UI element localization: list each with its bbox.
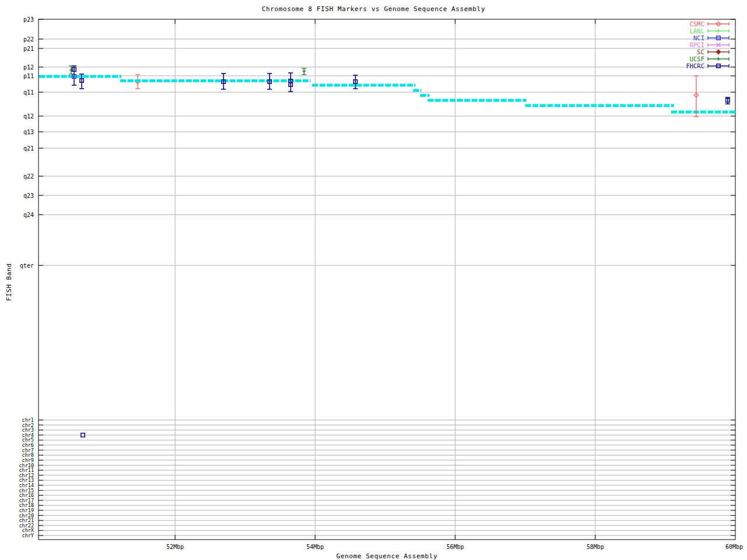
x-tick-label: 54Mbp xyxy=(306,544,324,550)
fhcrc-marker xyxy=(289,83,292,86)
legend-label-fhcrc: FHCRC xyxy=(686,62,704,69)
plot-border xyxy=(39,19,735,540)
fhcrc-marker xyxy=(222,80,225,83)
legend-label-ucsf: UCSF xyxy=(690,55,704,62)
y-tick-label: q22 xyxy=(23,173,34,180)
y-tick-label: q23 xyxy=(23,192,34,199)
legend-label-rpci: RPCI xyxy=(690,41,704,48)
legend-marker-fhcrc xyxy=(717,64,720,68)
y-tick-label: q21 xyxy=(23,145,34,152)
legend-marker-nci xyxy=(717,36,720,40)
y-tick-label: p21 xyxy=(23,46,34,52)
y-tick-label: p23 xyxy=(23,16,34,23)
chart: Chromosome 8 FISH Markers vs Genome Sequ… xyxy=(0,0,747,560)
y-tick-label: q24 xyxy=(23,212,34,218)
fhcrc-marker xyxy=(354,80,357,83)
nci-marker xyxy=(72,75,76,78)
y-tick-label: p22 xyxy=(23,36,34,43)
x-tick-label: 60Mbp xyxy=(725,544,743,550)
y-tick-label: q13 xyxy=(23,129,34,135)
y-tick-label: p11 xyxy=(23,73,34,79)
chr-tick-label: chrY xyxy=(22,533,34,538)
y-tick-label: q12 xyxy=(23,113,34,120)
legend-label-lanl: LANL xyxy=(690,27,704,34)
fhcrc-marker xyxy=(80,79,83,82)
legend-label-sc: SC xyxy=(697,48,704,55)
y-tick-label: p12 xyxy=(23,64,34,71)
fhcrc-marker xyxy=(72,68,76,71)
fhcrc-marker xyxy=(268,80,271,83)
legend-marker-sc xyxy=(716,50,721,54)
x-tick-label: 58Mbp xyxy=(587,544,604,550)
fhcrc-marker xyxy=(726,99,729,102)
legend-label-nci: NCI xyxy=(693,34,704,41)
x-tick-label: 56Mbp xyxy=(446,544,464,550)
legend-label-csmc: CSMC xyxy=(690,20,704,27)
plot-svg: p23p22p21p12p11q11q12q13q21q22q23q24qter… xyxy=(0,0,747,560)
y-tick-label: qter xyxy=(20,262,34,269)
x-axis-label: Genome Sequence Assembly xyxy=(194,552,580,560)
y-tick-label: q11 xyxy=(23,89,34,96)
fhcrc-marker xyxy=(81,433,85,437)
x-tick-label: 52Mbp xyxy=(166,544,184,550)
